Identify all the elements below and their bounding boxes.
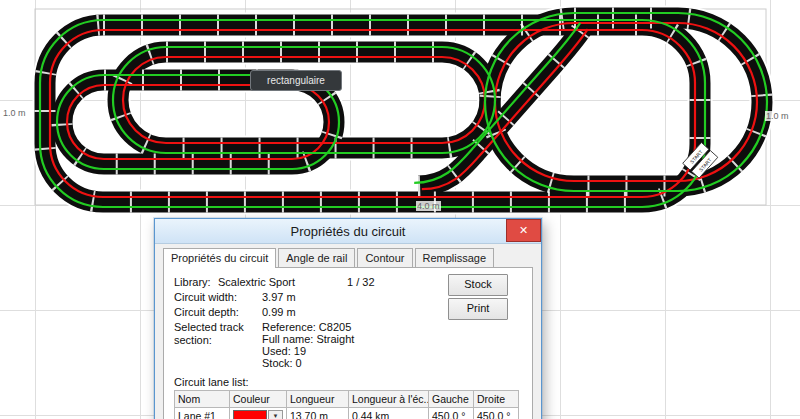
lane-list-label: Circuit lane list: [174, 376, 522, 388]
selected-section-label: Selected track section: [174, 321, 262, 369]
lane-right: 450.0 ° [474, 408, 519, 419]
library-count: 1 / 32 [347, 276, 375, 289]
tab-angle-de-rail[interactable]: Angle de rail [278, 248, 355, 267]
dialog-title: Propriétés du circuit [291, 224, 406, 239]
selected-section-values: Reference: C8205 Full name: Straight Use… [262, 321, 354, 369]
tab-proprietes-du-circuit[interactable]: Propriétés du circuit [163, 248, 276, 268]
print-button[interactable]: Print [448, 298, 508, 320]
close-button[interactable]: ✕ [506, 219, 541, 242]
header-longueur-echelle[interactable]: Longueur à l'éc... [349, 391, 429, 408]
chevron-down-icon[interactable]: ▼ [268, 410, 283, 419]
dimension-label-width: 4.0 m [416, 201, 441, 211]
tooltip-label: rectangulaire [267, 75, 325, 86]
lane-length: 13.70 m [287, 408, 349, 419]
circuit-properties-dialog: Propriétés du circuit ✕ Propriétés du ci… [154, 218, 542, 419]
track-canvas[interactable]: START START [0, 0, 800, 215]
app-canvas: START START 1.0 m 1.0 m 4.0 m rectangula… [0, 0, 800, 419]
lane-name: Lane #1 [175, 408, 230, 419]
library-value: Scalextric Sport [218, 276, 295, 289]
circuit-depth-label: Circuit depth: [174, 306, 262, 319]
section-reference: Reference: C8205 [262, 321, 354, 333]
section-stock: Stock: 0 [262, 357, 354, 369]
circuit-width-value: 3.97 m [262, 291, 296, 304]
close-icon: ✕ [519, 224, 528, 237]
lane-color-cell: ▼ [230, 408, 287, 419]
lane-length-scale: 0.44 km [349, 408, 429, 419]
selected-section-row: Selected track section: Reference: C8205… [174, 321, 522, 369]
color-swatch[interactable] [233, 410, 267, 419]
table-row[interactable]: Lane #1 ▼ 13.70 m 0.44 km 450.0 ° 450.0 … [175, 408, 519, 419]
library-label: Library: [174, 276, 218, 289]
dialog-titlebar[interactable]: Propriétés du circuit ✕ [155, 219, 541, 244]
tooltip: rectangulaire [250, 70, 342, 91]
header-nom[interactable]: Nom [175, 391, 230, 408]
tab-page-properties: Library: Scalextric Sport 1 / 32 Circuit… [163, 267, 533, 419]
dimension-label-right: 1.0 m [765, 111, 790, 121]
stock-button[interactable]: Stock [448, 274, 508, 296]
lane-list-table: Nom Couleur Longueur Longueur à l'éc... … [174, 390, 519, 419]
section-used: Used: 19 [262, 345, 354, 357]
circuit-width-label: Circuit width: [174, 291, 262, 304]
tab-contour[interactable]: Contour [357, 248, 412, 267]
header-couleur[interactable]: Couleur [230, 391, 287, 408]
dialog-tabs: Propriétés du circuit Angle de rail Cont… [163, 248, 533, 267]
header-longueur[interactable]: Longueur [287, 391, 349, 408]
table-header-row: Nom Couleur Longueur Longueur à l'éc... … [175, 391, 519, 408]
dimension-label-left: 1.0 m [2, 108, 27, 118]
lane-left: 450.0 ° [429, 408, 474, 419]
header-gauche[interactable]: Gauche [429, 391, 474, 408]
tab-remplissage[interactable]: Remplissage [415, 248, 495, 267]
section-full-name: Full name: Straight [262, 333, 354, 345]
circuit-depth-value: 0.99 m [262, 306, 296, 319]
header-droite[interactable]: Droite [474, 391, 519, 408]
